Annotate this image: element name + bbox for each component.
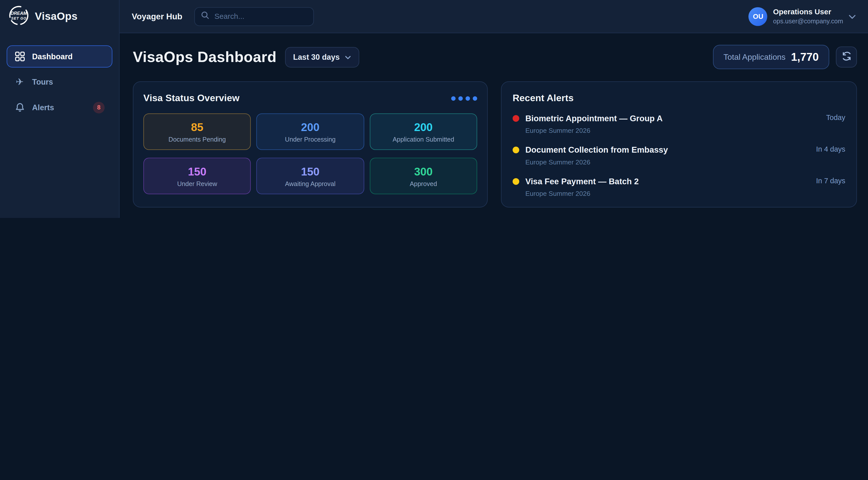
dreamsetgo-logo: DREAM SET GO xyxy=(8,5,29,28)
status-tile-under-processing: 200Under Processing xyxy=(256,114,364,150)
sidebar-item-label: Dashboard xyxy=(32,52,72,61)
top-cards-row: Visa Status Overview 85Documents Pending… xyxy=(133,81,857,207)
total-applications-label: Total Applications xyxy=(723,53,785,61)
visa-status-overview-card: Visa Status Overview 85Documents Pending… xyxy=(133,81,488,207)
sidebar: DREAM SET GO VisaOps Dashboard xyxy=(0,0,120,218)
alert-list-item[interactable]: Visa Fee Payment — Batch 2In 7 daysEurop… xyxy=(513,177,845,198)
tile-value: 150 xyxy=(301,165,320,177)
search-input[interactable] xyxy=(215,12,312,20)
date-range-value: Last 30 days xyxy=(293,53,340,61)
user-name: Operations User xyxy=(773,8,843,17)
overview-title: Visa Status Overview xyxy=(144,93,240,104)
alert-severity-dot xyxy=(513,115,519,122)
alerts-list: Biometric Appointment — Group ATodayEuro… xyxy=(513,114,845,198)
topbar: Voyager Hub OU Operations User ops.user@… xyxy=(120,0,868,33)
bell-icon xyxy=(14,102,25,113)
header-actions: Total Applications 1,770 xyxy=(713,45,857,69)
sidebar-item-tours[interactable]: ✈ Tours xyxy=(6,71,112,93)
alert-subtitle: Europe Summer 2026 xyxy=(525,127,820,134)
alert-subtitle: Europe Summer 2026 xyxy=(525,190,811,198)
grid-icon xyxy=(14,51,25,62)
status-tile-approved: 300Approved xyxy=(370,158,477,194)
tile-label: Application Submitted xyxy=(393,136,454,142)
dot xyxy=(466,96,470,101)
alert-title: Visa Fee Payment — Batch 2 xyxy=(525,177,811,186)
refresh-button[interactable] xyxy=(836,46,857,67)
avatar: OU xyxy=(749,7,768,26)
recent-alerts-card: Recent Alerts Biometric Appointment — Gr… xyxy=(501,81,857,207)
alert-due-label: Today xyxy=(826,114,845,123)
status-tile-application-submitted: 200Application Submitted xyxy=(370,114,477,150)
total-applications-pill: Total Applications 1,770 xyxy=(713,45,829,69)
hub-label: Voyager Hub xyxy=(132,11,182,21)
tile-label: Documents Pending xyxy=(168,136,226,142)
visaops-app: DREAM SET GO VisaOps Dashboard xyxy=(0,0,868,218)
alert-list-item[interactable]: Document Collection from EmbassyIn 4 day… xyxy=(513,145,845,166)
sidebar-item-label: Alerts xyxy=(32,103,54,112)
svg-text:SET GO: SET GO xyxy=(11,16,26,20)
alert-severity-dot xyxy=(513,178,519,185)
status-tile-awaiting-approval: 150Awaiting Approval xyxy=(256,158,364,194)
overview-dots-indicator xyxy=(451,96,477,101)
tile-label: Under Review xyxy=(177,180,217,187)
user-email: ops.user@company.com xyxy=(773,17,843,25)
alerts-count-badge: 8 xyxy=(93,101,104,113)
status-tiles: 85Documents Pending200Under Processing20… xyxy=(144,114,477,194)
sidebar-item-label: Tours xyxy=(32,77,53,86)
tile-label: Awaiting Approval xyxy=(285,180,336,187)
status-tile-documents-pending: 85Documents Pending xyxy=(144,114,251,150)
dot xyxy=(458,96,463,101)
alert-subtitle: Europe Summer 2026 xyxy=(525,158,811,166)
brand: DREAM SET GO VisaOps xyxy=(0,0,119,33)
user-menu[interactable]: OU Operations User ops.user@company.com xyxy=(749,7,856,26)
alert-list-item[interactable]: Biometric Appointment — Group ATodayEuro… xyxy=(513,114,845,134)
svg-text:DREAM: DREAM xyxy=(11,11,27,16)
total-applications-value: 1,770 xyxy=(791,51,818,64)
tile-value: 150 xyxy=(188,165,207,177)
page-header: VisaOps Dashboard Last 30 days Total App… xyxy=(133,33,857,69)
dot xyxy=(473,96,477,101)
alert-title: Document Collection from Embassy xyxy=(525,145,811,154)
tile-value: 200 xyxy=(301,121,320,133)
chevron-down-icon xyxy=(849,11,856,21)
tile-label: Approved xyxy=(410,180,437,187)
app-name: VisaOps xyxy=(35,10,78,23)
dashboard-main: VisaOps Dashboard Last 30 days Total App… xyxy=(120,33,868,218)
status-tile-under-review: 150Under Review xyxy=(144,158,251,194)
alert-due-label: In 7 days xyxy=(816,177,845,186)
tile-value: 85 xyxy=(191,121,203,133)
plane-icon: ✈ xyxy=(14,76,25,87)
tile-label: Under Processing xyxy=(285,136,336,142)
alert-due-label: In 4 days xyxy=(816,145,845,154)
alerts-title: Recent Alerts xyxy=(513,93,845,104)
dot xyxy=(451,96,456,101)
sidebar-item-alerts[interactable]: Alerts 8 xyxy=(6,96,112,119)
sidebar-item-dashboard[interactable]: Dashboard xyxy=(6,45,112,67)
page-title: VisaOps Dashboard xyxy=(133,49,277,66)
date-range-select[interactable]: Last 30 days xyxy=(285,47,359,67)
right-column: Voyager Hub OU Operations User ops.user@… xyxy=(120,0,868,218)
alert-title: Biometric Appointment — Group A xyxy=(525,114,820,123)
chevron-down-icon xyxy=(345,53,351,61)
tile-value: 200 xyxy=(414,121,433,133)
sidebar-nav: Dashboard ✈ Tours Alerts 8 xyxy=(0,33,119,218)
alert-severity-dot xyxy=(513,147,519,153)
search-box xyxy=(195,7,314,26)
search-icon xyxy=(201,11,210,22)
tile-value: 300 xyxy=(414,165,433,177)
refresh-icon xyxy=(841,51,852,64)
